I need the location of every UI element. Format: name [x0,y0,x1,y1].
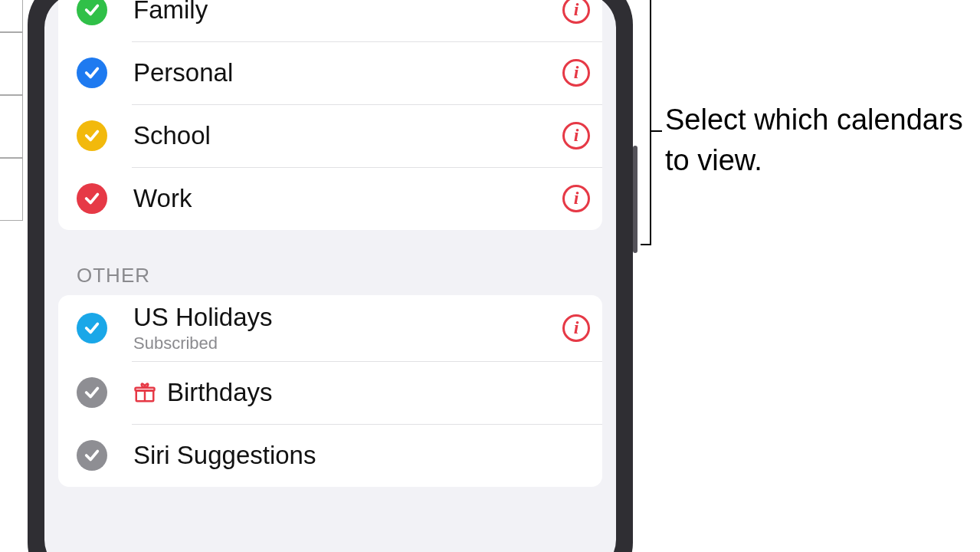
checkmark-icon[interactable] [77,377,107,408]
info-icon[interactable]: i [562,59,590,87]
checkmark-icon[interactable] [77,0,107,25]
calendar-row-birthdays[interactable]: Birthdays [58,361,602,424]
checkmark-icon[interactable] [77,58,107,88]
calendar-row-us-holidays[interactable]: US Holidays Subscribed i [58,295,602,361]
annotation-tick [651,130,662,132]
calendar-row-work[interactable]: Work i [58,167,602,230]
info-icon[interactable]: i [562,314,590,342]
calendar-group-other: US Holidays Subscribed i Birthdays [58,295,602,487]
phone-frame: Family i Personal i School i [28,0,633,552]
calendar-label: Family [133,0,562,25]
phone-screen: Family i Personal i School i [44,0,616,552]
calendar-group-main: Family i Personal i School i [58,0,602,230]
info-icon[interactable]: i [562,122,590,150]
section-header-other: OTHER [77,264,616,288]
phone-side-button [633,146,637,253]
info-icon[interactable]: i [562,0,590,24]
calendar-label: School [133,121,562,150]
calendar-label: Siri Suggestions [133,441,590,470]
checkmark-icon[interactable] [77,183,107,214]
annotation-text: Select which calendars to view. [665,100,972,181]
calendar-row-siri-suggestions[interactable]: Siri Suggestions [58,424,602,487]
calendar-label: Personal [133,58,562,87]
checkmark-icon[interactable] [77,313,107,343]
checkmark-icon[interactable] [77,440,107,471]
calendar-row-family[interactable]: Family i [58,0,602,41]
gift-icon [133,381,156,404]
checkmark-icon[interactable] [77,120,107,151]
calendar-sublabel: Subscribed [133,334,562,353]
background-calendar-grid [0,0,31,230]
calendar-label: US Holidays [133,303,562,332]
calendar-label: Work [133,184,562,213]
info-icon[interactable]: i [562,185,590,212]
calendar-row-school[interactable]: School i [58,104,602,167]
calendar-row-personal[interactable]: Personal i [58,41,602,104]
annotation-bracket [642,0,651,245]
calendar-label: Birthdays [167,378,590,407]
